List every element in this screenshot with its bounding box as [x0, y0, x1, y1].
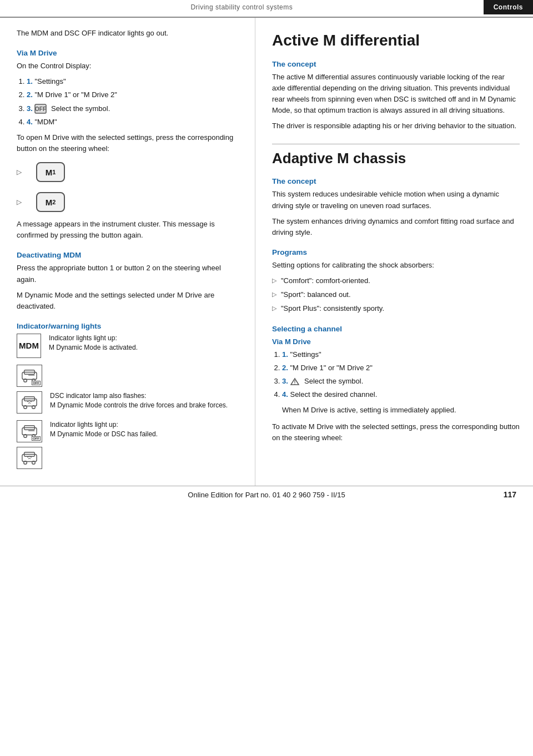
page-number: 117 [504, 490, 516, 499]
deactivating-title: Deactivating MDM [17, 251, 242, 259]
m-button-row-1: ▷ M1 [17, 159, 242, 185]
instrument-text: A message appears in the instrument clus… [17, 219, 242, 241]
deactivating-p1: Press the appropriate button 1 or button… [17, 263, 242, 285]
header-right-text: Controls [484, 0, 533, 14]
via-m-drive-intro: On the Control Display: [17, 61, 242, 72]
left-column: The MDM and DSC OFF indicator lights go … [0, 18, 255, 486]
car-off-icon: OFF [17, 365, 42, 387]
bullet-arrow-3: ▷ [272, 304, 276, 313]
m-button-1: M1 [36, 162, 65, 182]
program-sport-plus: ▷ "Sport Plus": consistently sporty. [272, 303, 520, 314]
header-left-text: Driving stability control systems [0, 0, 484, 14]
footer-text: Online Edition for Part no. 01 40 2 960 … [188, 491, 345, 499]
programs-title: Programs [272, 248, 520, 256]
concept1-p2: The driver is responsible adapting his o… [272, 120, 520, 132]
fail-car-icon-2 [17, 447, 42, 469]
svg-text:OFF: OFF [35, 106, 46, 112]
selecting-channel-title: Selecting a channel [272, 325, 520, 333]
step-2: 2. "M Drive 1" or "M Drive 2" [27, 89, 242, 100]
fail-car-icon-1: OFF [17, 420, 42, 442]
via-m-drive-footer: To open M Drive with the selected settin… [17, 132, 242, 154]
program-sport-plus-text: "Sport Plus": consistently sporty. [281, 303, 384, 314]
fail-text: Indicator lights light up: M Dynamic Mod… [50, 420, 158, 439]
intro-text: The MDM and DSC OFF indicator lights go … [17, 28, 242, 39]
program-sport-text: "Sport": balanced out. [281, 289, 351, 300]
concept2-title: The concept [272, 177, 520, 185]
mdm-text: Indicator lights light up: M Dynamic Mod… [49, 334, 138, 352]
step2-1: 1. "Settings" [282, 349, 520, 360]
bullet-arrow-1: ▷ [272, 276, 276, 285]
concept1-p1: The active M differential assures contin… [272, 72, 520, 117]
via-m-drive2-steps: 1. "Settings" 2. "M Drive 1" or "M Drive… [282, 349, 520, 401]
concept2-p2: The system enhances driving dynamics and… [272, 216, 520, 238]
step2-4: 4. Select the desired channel. [282, 389, 520, 400]
m-button-row-2: ▷ M2 [17, 189, 242, 215]
step2-2: 2. "M Drive 1" or "M Drive 2" [282, 362, 520, 374]
page-footer: Online Edition for Part no. 01 40 2 960 … [0, 486, 533, 503]
via-m-drive-title: Via M Drive [17, 49, 242, 57]
dsc-car-icon [17, 391, 42, 414]
via-m-drive-steps: 1. "Settings" 2. "M Drive 1" or "M Drive… [27, 76, 242, 128]
mdm-icon: MDM [17, 334, 41, 358]
fail-icons: OFF [17, 420, 42, 469]
channel-note: When M Drive is active, setting is immed… [282, 405, 520, 416]
indicator-row-fail: OFF Indicator lights light up: M Dynamic… [17, 420, 242, 469]
indicator-title: Indicator/warning lights [17, 322, 242, 330]
programs-intro: Setting options for calibrating the shoc… [272, 260, 520, 271]
svg-point-21 [295, 384, 296, 385]
concept1-title: The concept [272, 60, 520, 68]
adaptive-m-chassis-title: Adaptive M chassis [272, 144, 520, 167]
step2-3: 3. Select the symbol. [282, 376, 520, 387]
dsc-icons [17, 391, 42, 414]
step-1: 1. "Settings" [27, 76, 242, 87]
program-comfort: ▷ "Comfort": comfort-oriented. [272, 275, 520, 286]
dsc-text: DSC indicator lamp also flashes: M Dynam… [50, 391, 228, 410]
active-m-differential-title: Active M differential [272, 31, 520, 50]
car-off-icon-row: OFF [17, 365, 242, 387]
m-button-2: M2 [36, 192, 65, 212]
via-m-drive2-title: Via M Drive [272, 337, 520, 346]
program-comfort-text: "Comfort": comfort-oriented. [281, 275, 370, 286]
indicator-row-dsc: DSC indicator lamp also flashes: M Dynam… [17, 391, 242, 414]
step-3: 3. OFF Select the symbol. [27, 103, 242, 114]
program-sport: ▷ "Sport": balanced out. [272, 289, 520, 300]
indicator-row-mdm: MDM Indicator lights light up: M Dynamic… [17, 334, 242, 358]
bullet-arrow-2: ▷ [272, 290, 276, 299]
concept2-p1: This system reduces undesirable vehicle … [272, 189, 520, 211]
deactivating-p2: M Dynamic Mode and the settings selected… [17, 290, 242, 312]
footer-activate-text: To activate M Drive with the selected se… [272, 421, 520, 443]
step-4: 4. "MDM" [27, 117, 242, 128]
right-column: Active M differential The concept The ac… [255, 18, 533, 486]
